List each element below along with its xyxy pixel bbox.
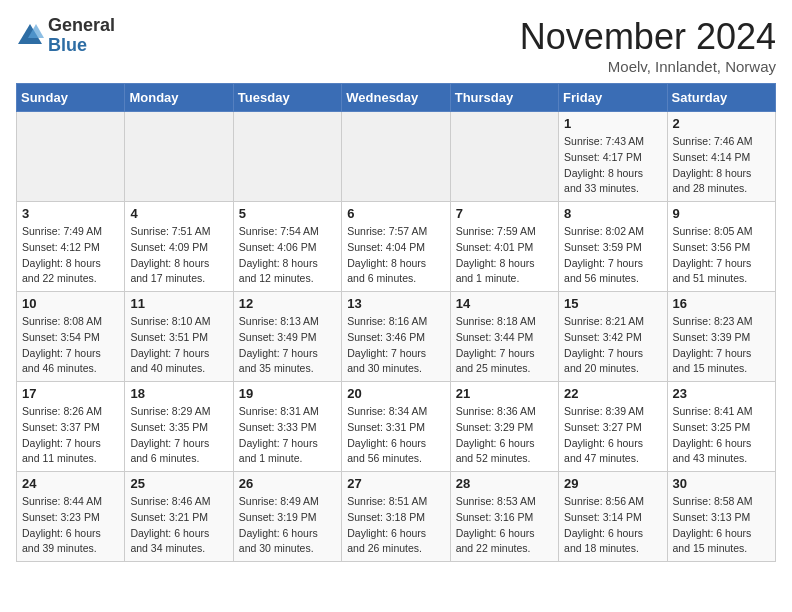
day-number: 22: [564, 386, 661, 401]
calendar-cell: [450, 112, 558, 202]
day-detail: Sunrise: 8:18 AM Sunset: 3:44 PM Dayligh…: [456, 314, 553, 377]
day-number: 12: [239, 296, 336, 311]
location: Moelv, Innlandet, Norway: [520, 58, 776, 75]
day-detail: Sunrise: 8:44 AM Sunset: 3:23 PM Dayligh…: [22, 494, 119, 557]
day-number: 5: [239, 206, 336, 221]
day-number: 28: [456, 476, 553, 491]
logo: General Blue: [16, 16, 115, 56]
logo-icon: [16, 22, 44, 50]
day-detail: Sunrise: 8:13 AM Sunset: 3:49 PM Dayligh…: [239, 314, 336, 377]
calendar-cell: 9Sunrise: 8:05 AM Sunset: 3:56 PM Daylig…: [667, 202, 775, 292]
calendar-cell: 12Sunrise: 8:13 AM Sunset: 3:49 PM Dayli…: [233, 292, 341, 382]
day-detail: Sunrise: 7:46 AM Sunset: 4:14 PM Dayligh…: [673, 134, 770, 197]
calendar-cell: 3Sunrise: 7:49 AM Sunset: 4:12 PM Daylig…: [17, 202, 125, 292]
week-row-1: 3Sunrise: 7:49 AM Sunset: 4:12 PM Daylig…: [17, 202, 776, 292]
day-detail: Sunrise: 7:51 AM Sunset: 4:09 PM Dayligh…: [130, 224, 227, 287]
calendar-cell: [233, 112, 341, 202]
day-detail: Sunrise: 8:56 AM Sunset: 3:14 PM Dayligh…: [564, 494, 661, 557]
day-detail: Sunrise: 8:36 AM Sunset: 3:29 PM Dayligh…: [456, 404, 553, 467]
calendar-cell: 22Sunrise: 8:39 AM Sunset: 3:27 PM Dayli…: [559, 382, 667, 472]
day-number: 29: [564, 476, 661, 491]
calendar-cell: 26Sunrise: 8:49 AM Sunset: 3:19 PM Dayli…: [233, 472, 341, 562]
weekday-header-wednesday: Wednesday: [342, 84, 450, 112]
calendar-cell: 14Sunrise: 8:18 AM Sunset: 3:44 PM Dayli…: [450, 292, 558, 382]
day-detail: Sunrise: 7:57 AM Sunset: 4:04 PM Dayligh…: [347, 224, 444, 287]
day-number: 10: [22, 296, 119, 311]
day-number: 11: [130, 296, 227, 311]
weekday-header-sunday: Sunday: [17, 84, 125, 112]
day-number: 19: [239, 386, 336, 401]
day-number: 14: [456, 296, 553, 311]
day-detail: Sunrise: 8:16 AM Sunset: 3:46 PM Dayligh…: [347, 314, 444, 377]
day-detail: Sunrise: 7:43 AM Sunset: 4:17 PM Dayligh…: [564, 134, 661, 197]
calendar-cell: 8Sunrise: 8:02 AM Sunset: 3:59 PM Daylig…: [559, 202, 667, 292]
weekday-header-tuesday: Tuesday: [233, 84, 341, 112]
calendar-cell: 21Sunrise: 8:36 AM Sunset: 3:29 PM Dayli…: [450, 382, 558, 472]
day-number: 2: [673, 116, 770, 131]
day-detail: Sunrise: 8:08 AM Sunset: 3:54 PM Dayligh…: [22, 314, 119, 377]
calendar-table: SundayMondayTuesdayWednesdayThursdayFrid…: [16, 83, 776, 562]
calendar-cell: 4Sunrise: 7:51 AM Sunset: 4:09 PM Daylig…: [125, 202, 233, 292]
weekday-header-monday: Monday: [125, 84, 233, 112]
day-number: 3: [22, 206, 119, 221]
day-number: 20: [347, 386, 444, 401]
day-detail: Sunrise: 8:23 AM Sunset: 3:39 PM Dayligh…: [673, 314, 770, 377]
day-detail: Sunrise: 8:49 AM Sunset: 3:19 PM Dayligh…: [239, 494, 336, 557]
day-detail: Sunrise: 8:41 AM Sunset: 3:25 PM Dayligh…: [673, 404, 770, 467]
day-number: 9: [673, 206, 770, 221]
calendar-cell: [342, 112, 450, 202]
day-detail: Sunrise: 8:39 AM Sunset: 3:27 PM Dayligh…: [564, 404, 661, 467]
weekday-header-saturday: Saturday: [667, 84, 775, 112]
calendar-cell: 30Sunrise: 8:58 AM Sunset: 3:13 PM Dayli…: [667, 472, 775, 562]
calendar-cell: 23Sunrise: 8:41 AM Sunset: 3:25 PM Dayli…: [667, 382, 775, 472]
weekday-header-friday: Friday: [559, 84, 667, 112]
calendar-cell: 24Sunrise: 8:44 AM Sunset: 3:23 PM Dayli…: [17, 472, 125, 562]
day-number: 30: [673, 476, 770, 491]
day-number: 27: [347, 476, 444, 491]
calendar-cell: 29Sunrise: 8:56 AM Sunset: 3:14 PM Dayli…: [559, 472, 667, 562]
calendar-cell: 18Sunrise: 8:29 AM Sunset: 3:35 PM Dayli…: [125, 382, 233, 472]
day-detail: Sunrise: 8:10 AM Sunset: 3:51 PM Dayligh…: [130, 314, 227, 377]
calendar-cell: 11Sunrise: 8:10 AM Sunset: 3:51 PM Dayli…: [125, 292, 233, 382]
calendar-cell: 16Sunrise: 8:23 AM Sunset: 3:39 PM Dayli…: [667, 292, 775, 382]
calendar-cell: 13Sunrise: 8:16 AM Sunset: 3:46 PM Dayli…: [342, 292, 450, 382]
day-number: 23: [673, 386, 770, 401]
day-number: 15: [564, 296, 661, 311]
weekday-header-thursday: Thursday: [450, 84, 558, 112]
day-number: 24: [22, 476, 119, 491]
calendar-cell: 17Sunrise: 8:26 AM Sunset: 3:37 PM Dayli…: [17, 382, 125, 472]
day-detail: Sunrise: 7:49 AM Sunset: 4:12 PM Dayligh…: [22, 224, 119, 287]
calendar-cell: 28Sunrise: 8:53 AM Sunset: 3:16 PM Dayli…: [450, 472, 558, 562]
calendar-cell: 6Sunrise: 7:57 AM Sunset: 4:04 PM Daylig…: [342, 202, 450, 292]
calendar-cell: [125, 112, 233, 202]
day-detail: Sunrise: 7:59 AM Sunset: 4:01 PM Dayligh…: [456, 224, 553, 287]
day-number: 13: [347, 296, 444, 311]
day-number: 4: [130, 206, 227, 221]
day-number: 21: [456, 386, 553, 401]
logo-blue-text: Blue: [48, 35, 87, 55]
day-detail: Sunrise: 8:31 AM Sunset: 3:33 PM Dayligh…: [239, 404, 336, 467]
calendar-cell: 10Sunrise: 8:08 AM Sunset: 3:54 PM Dayli…: [17, 292, 125, 382]
day-number: 7: [456, 206, 553, 221]
calendar-cell: 15Sunrise: 8:21 AM Sunset: 3:42 PM Dayli…: [559, 292, 667, 382]
week-row-2: 10Sunrise: 8:08 AM Sunset: 3:54 PM Dayli…: [17, 292, 776, 382]
header: General Blue November 2024 Moelv, Innlan…: [16, 16, 776, 75]
day-number: 6: [347, 206, 444, 221]
day-number: 8: [564, 206, 661, 221]
day-number: 18: [130, 386, 227, 401]
month-title: November 2024: [520, 16, 776, 58]
day-number: 1: [564, 116, 661, 131]
day-number: 25: [130, 476, 227, 491]
calendar-cell: 19Sunrise: 8:31 AM Sunset: 3:33 PM Dayli…: [233, 382, 341, 472]
day-detail: Sunrise: 8:53 AM Sunset: 3:16 PM Dayligh…: [456, 494, 553, 557]
day-number: 16: [673, 296, 770, 311]
calendar-cell: 5Sunrise: 7:54 AM Sunset: 4:06 PM Daylig…: [233, 202, 341, 292]
calendar-cell: 20Sunrise: 8:34 AM Sunset: 3:31 PM Dayli…: [342, 382, 450, 472]
day-detail: Sunrise: 8:02 AM Sunset: 3:59 PM Dayligh…: [564, 224, 661, 287]
week-row-3: 17Sunrise: 8:26 AM Sunset: 3:37 PM Dayli…: [17, 382, 776, 472]
day-detail: Sunrise: 8:26 AM Sunset: 3:37 PM Dayligh…: [22, 404, 119, 467]
day-detail: Sunrise: 8:46 AM Sunset: 3:21 PM Dayligh…: [130, 494, 227, 557]
week-row-4: 24Sunrise: 8:44 AM Sunset: 3:23 PM Dayli…: [17, 472, 776, 562]
day-detail: Sunrise: 7:54 AM Sunset: 4:06 PM Dayligh…: [239, 224, 336, 287]
day-detail: Sunrise: 8:34 AM Sunset: 3:31 PM Dayligh…: [347, 404, 444, 467]
